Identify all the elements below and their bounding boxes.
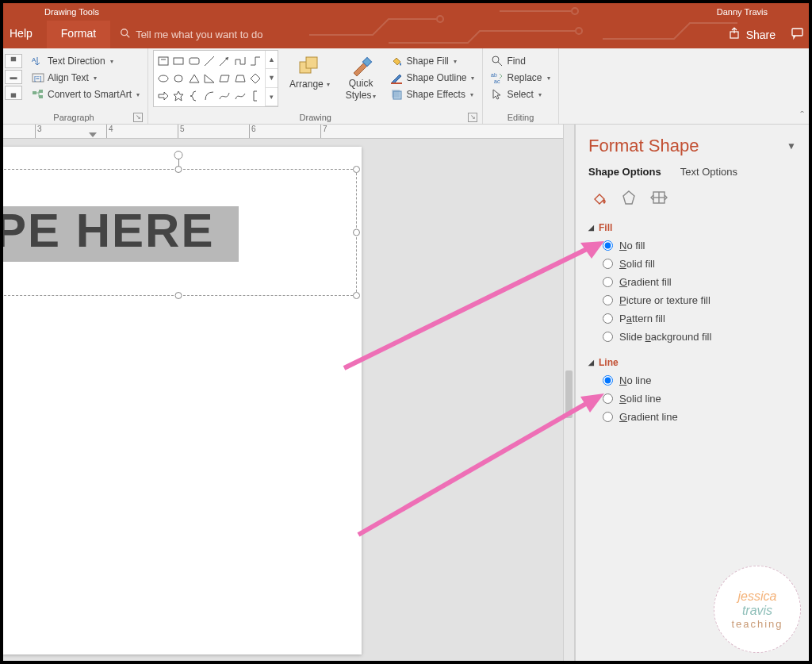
- radio-picture-fill[interactable]: Picture or texture fill: [603, 294, 796, 306]
- shape-arc[interactable]: [201, 87, 216, 105]
- group-label-drawing: Drawing ↘: [153, 111, 477, 124]
- slide[interactable]: PE HERE: [3, 147, 362, 654]
- resize-handle-topright[interactable]: [353, 166, 360, 173]
- share-button[interactable]: Share: [718, 21, 787, 48]
- svg-point-21: [159, 75, 168, 82]
- quick-styles-label-1: Quick: [349, 79, 373, 89]
- svg-marker-23: [190, 75, 199, 83]
- collapse-ribbon-button[interactable]: ˆ: [800, 109, 804, 122]
- svg-marker-27: [251, 74, 260, 83]
- shapes-gallery[interactable]: ▲ ▼ ▾: [153, 50, 278, 107]
- text-direction-button[interactable]: A Text Direction▾: [29, 53, 143, 69]
- textbox-text[interactable]: PE HERE: [3, 203, 214, 258]
- shape-star[interactable]: [170, 87, 186, 105]
- svg-point-3: [121, 29, 128, 36]
- radio-solid-line[interactable]: Solid line: [603, 393, 796, 405]
- paragraph-launcher[interactable]: ↘: [133, 113, 143, 122]
- shape-rect[interactable]: [170, 52, 186, 70]
- comments-icon[interactable]: [787, 21, 809, 48]
- shape-outline-label: Shape Outline: [406, 72, 466, 83]
- shape-line[interactable]: [201, 52, 216, 70]
- arrange-icon: [297, 53, 322, 79]
- svg-rect-17: [190, 58, 199, 64]
- watermark-line2: travis: [742, 604, 772, 618]
- align-top-button[interactable]: ▀: [5, 54, 22, 68]
- fill-line-category-icon[interactable]: [588, 187, 609, 208]
- tell-me-placeholder: Tell me what you want to do: [136, 29, 262, 40]
- slide-canvas-area: 3 4 5 6 7 PE HERE: [3, 125, 563, 661]
- radio-no-fill[interactable]: No fill: [603, 240, 796, 251]
- shape-oval[interactable]: [155, 70, 170, 87]
- tell-me-search[interactable]: Tell me what you want to do: [110, 21, 262, 48]
- radio-gradient-fill[interactable]: Gradient fill: [603, 276, 796, 288]
- watermark-line3: teaching: [731, 618, 783, 630]
- text-direction-icon: A: [32, 55, 44, 67]
- radio-solid-fill[interactable]: Solid fill: [603, 258, 796, 270]
- shape-isoc[interactable]: [170, 70, 186, 87]
- resize-handle-bottomright[interactable]: [353, 292, 360, 299]
- svg-text:A: A: [32, 56, 36, 63]
- scrollbar-thumb[interactable]: [565, 370, 573, 418]
- shape-outline-button[interactable]: Shape Outline▾: [387, 70, 477, 86]
- tab-help[interactable]: Help: [3, 21, 47, 48]
- shape-fill-button[interactable]: Shape Fill▾: [387, 53, 477, 69]
- svg-text:[≡]: [≡]: [34, 75, 41, 82]
- vertical-scrollbar[interactable]: [563, 125, 575, 661]
- resize-handle-top[interactable]: [175, 166, 182, 173]
- svg-rect-11: [33, 91, 36, 94]
- effects-category-icon[interactable]: [619, 187, 639, 208]
- convert-smartart-button[interactable]: Convert to SmartArt▾: [29, 86, 143, 102]
- align-middle-button[interactable]: ▬: [5, 70, 22, 84]
- svg-point-36: [492, 56, 499, 63]
- effects-icon: [390, 88, 403, 101]
- shape-curve[interactable]: [217, 87, 232, 105]
- quick-styles-button[interactable]: Quick Styles▾: [341, 50, 381, 104]
- shape-arrowline[interactable]: [217, 52, 232, 70]
- pane-tab-shape-options[interactable]: Shape Options: [588, 166, 661, 178]
- title-bar: Drawing Tools Danny Travis: [3, 3, 809, 21]
- radio-no-line[interactable]: No line: [603, 374, 796, 386]
- align-bottom-button[interactable]: ▄: [5, 86, 22, 100]
- shape-diamond[interactable]: [248, 70, 263, 87]
- select-button[interactable]: Select▾: [488, 86, 553, 102]
- svg-rect-33: [391, 83, 402, 84]
- vertical-align-buttons: ▀ ▬ ▄: [5, 50, 25, 100]
- select-icon: [491, 88, 504, 101]
- shape-lbrace[interactable]: [186, 87, 201, 105]
- shape-rtri[interactable]: [201, 70, 216, 87]
- shapes-scroll-up[interactable]: ▲: [266, 51, 278, 69]
- shape-lbrack[interactable]: [248, 87, 263, 105]
- radio-slidebg-fill[interactable]: Slide background fill: [603, 331, 796, 343]
- selected-textframe[interactable]: PE HERE: [3, 169, 357, 296]
- pane-menu-chevron[interactable]: ▼: [787, 140, 796, 152]
- resize-handle-bottom[interactable]: [175, 292, 182, 299]
- shape-triangle[interactable]: [186, 70, 201, 87]
- svg-text:ab: ab: [491, 72, 497, 78]
- find-button[interactable]: Find: [488, 53, 553, 69]
- size-category-icon[interactable]: [649, 187, 669, 208]
- line-section-header[interactable]: ◢Line: [588, 357, 796, 368]
- align-text-button[interactable]: [≡] Align Text▾: [29, 70, 143, 86]
- replace-button[interactable]: abac Replace▾: [488, 70, 553, 86]
- convert-smartart-label: Convert to SmartArt: [48, 89, 132, 100]
- tab-format[interactable]: Format: [47, 21, 110, 48]
- shape-connector[interactable]: [232, 52, 247, 70]
- shapes-scroll-down[interactable]: ▼: [266, 69, 278, 87]
- radio-gradient-line[interactable]: Gradient line: [603, 411, 796, 423]
- indent-marker[interactable]: [89, 132, 97, 137]
- shape-free[interactable]: [232, 87, 247, 105]
- shape-effects-button[interactable]: Shape Effects▾: [387, 86, 477, 102]
- fill-section-header[interactable]: ◢Fill: [588, 222, 796, 233]
- shape-textbox[interactable]: [155, 52, 170, 70]
- shape-arrow-r[interactable]: [155, 87, 170, 105]
- arrange-button[interactable]: Arrange▾: [285, 50, 335, 93]
- shapes-expand[interactable]: ▾: [266, 88, 278, 106]
- radio-pattern-fill[interactable]: Pattern fill: [603, 313, 796, 324]
- shape-elbow[interactable]: [248, 52, 263, 70]
- resize-handle-right[interactable]: [353, 229, 360, 236]
- shape-rounded[interactable]: [186, 52, 201, 70]
- shape-para[interactable]: [217, 70, 232, 87]
- shape-trap[interactable]: [232, 70, 247, 87]
- pane-tab-text-options[interactable]: Text Options: [680, 166, 737, 178]
- drawing-launcher[interactable]: ↘: [468, 113, 477, 122]
